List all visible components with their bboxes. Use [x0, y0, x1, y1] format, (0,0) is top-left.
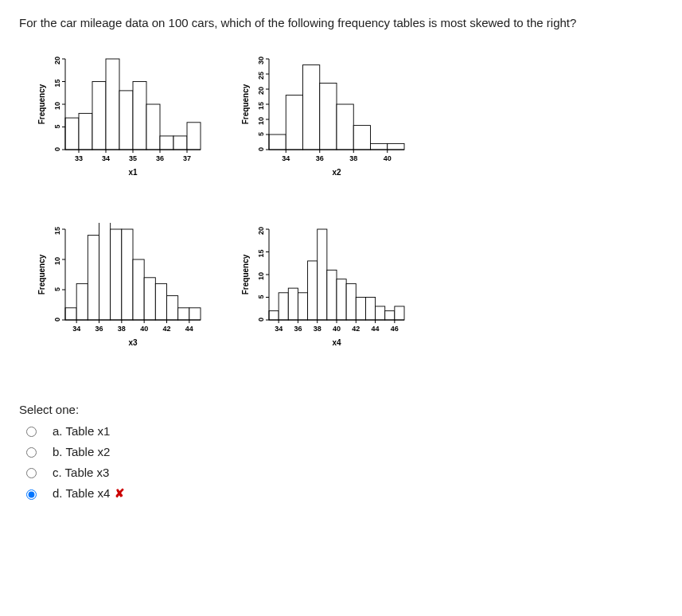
svg-rect-34: [269, 135, 286, 150]
svg-text:x1: x1: [128, 168, 138, 177]
radio-c[interactable]: [26, 468, 37, 478]
svg-text:40: 40: [384, 154, 392, 162]
svg-rect-79: [189, 308, 201, 320]
svg-rect-37: [320, 83, 337, 150]
svg-rect-74: [133, 259, 144, 320]
radio-d[interactable]: [26, 489, 37, 500]
question-text: For the car mileage data on 100 cars, wh…: [19, 14, 663, 32]
svg-text:10: 10: [53, 257, 61, 265]
svg-rect-78: [178, 308, 189, 320]
svg-text:37: 37: [183, 154, 191, 162]
svg-text:x3: x3: [128, 338, 138, 347]
svg-rect-36: [303, 64, 320, 149]
svg-text:34: 34: [282, 154, 290, 162]
svg-rect-6: [146, 104, 160, 150]
svg-text:x2: x2: [332, 168, 341, 177]
svg-text:20: 20: [53, 57, 61, 64]
svg-rect-7: [160, 136, 173, 150]
svg-rect-72: [111, 229, 122, 320]
svg-rect-1: [79, 113, 92, 150]
svg-text:33: 33: [75, 154, 83, 162]
incorrect-icon: ✘: [115, 486, 125, 501]
svg-text:10: 10: [257, 272, 265, 280]
svg-rect-71: [99, 223, 111, 320]
svg-text:34: 34: [72, 325, 80, 333]
svg-text:40: 40: [333, 325, 341, 333]
options-group: a. Table x1 b. Table x2 c. Table x3 d. T…: [22, 424, 663, 501]
svg-rect-38: [337, 104, 353, 150]
svg-text:38: 38: [118, 325, 126, 333]
svg-rect-3: [106, 59, 119, 150]
svg-rect-68: [65, 308, 76, 320]
svg-text:38: 38: [349, 154, 357, 162]
svg-text:36: 36: [316, 154, 324, 162]
svg-text:36: 36: [294, 325, 302, 333]
svg-rect-117: [395, 306, 404, 320]
option-b[interactable]: b. Table x2: [22, 445, 663, 458]
svg-rect-106: [288, 288, 298, 320]
svg-text:36: 36: [95, 325, 103, 333]
svg-text:15: 15: [257, 102, 265, 110]
svg-text:0: 0: [53, 318, 61, 322]
svg-rect-115: [376, 306, 385, 320]
svg-text:Frequency: Frequency: [38, 84, 46, 124]
svg-text:10: 10: [257, 117, 265, 125]
svg-rect-35: [286, 95, 302, 149]
svg-rect-0: [65, 118, 79, 150]
svg-text:42: 42: [352, 325, 360, 333]
svg-text:25: 25: [257, 72, 265, 80]
svg-rect-116: [385, 310, 395, 319]
svg-text:Frequency: Frequency: [38, 254, 46, 294]
svg-text:x4: x4: [332, 338, 341, 347]
chart-x3: 051015343638404244Frequencyx3: [38, 223, 221, 374]
svg-text:46: 46: [391, 325, 399, 333]
radio-b[interactable]: [26, 447, 37, 458]
svg-rect-107: [298, 293, 307, 320]
svg-text:30: 30: [257, 57, 265, 64]
chart-x2: 05101520253034363840Frequencyx2: [242, 53, 433, 204]
svg-rect-113: [356, 297, 365, 320]
svg-text:10: 10: [53, 102, 61, 110]
svg-text:Frequency: Frequency: [242, 254, 250, 294]
chart-x1: 051015203334353637Frequencyx1: [38, 53, 221, 204]
svg-rect-109: [318, 229, 327, 320]
svg-rect-5: [133, 81, 146, 150]
svg-text:20: 20: [257, 227, 265, 235]
svg-text:0: 0: [257, 147, 265, 151]
svg-text:15: 15: [257, 249, 265, 257]
svg-text:Frequency: Frequency: [242, 84, 250, 124]
svg-text:5: 5: [257, 132, 265, 136]
svg-rect-111: [337, 279, 346, 319]
option-c[interactable]: c. Table x3: [22, 466, 663, 479]
svg-rect-40: [371, 143, 388, 150]
svg-rect-110: [327, 270, 337, 320]
svg-rect-112: [346, 283, 356, 320]
svg-rect-73: [122, 229, 133, 320]
radio-a[interactable]: [26, 427, 37, 437]
svg-rect-69: [76, 283, 88, 320]
svg-rect-8: [173, 136, 187, 150]
svg-text:34: 34: [102, 154, 110, 162]
svg-rect-2: [92, 81, 106, 150]
option-c-label: c. Table x3: [53, 466, 109, 479]
svg-text:0: 0: [257, 318, 265, 322]
svg-rect-104: [269, 310, 279, 319]
option-d[interactable]: d. Table x4 ✘: [22, 486, 663, 501]
option-a[interactable]: a. Table x1: [22, 424, 663, 438]
svg-text:40: 40: [140, 325, 148, 333]
svg-text:38: 38: [314, 325, 322, 333]
svg-rect-77: [167, 295, 178, 319]
svg-rect-39: [353, 125, 370, 149]
svg-rect-114: [365, 297, 375, 320]
svg-text:0: 0: [53, 147, 61, 151]
svg-rect-76: [155, 283, 166, 320]
chart-x4: 0510152034363840424446Frequencyx4: [242, 223, 433, 374]
svg-rect-75: [144, 278, 155, 320]
svg-text:5: 5: [53, 124, 61, 128]
svg-rect-105: [279, 293, 288, 320]
svg-text:34: 34: [275, 325, 283, 333]
svg-text:15: 15: [53, 79, 61, 87]
svg-text:42: 42: [162, 325, 170, 333]
svg-text:15: 15: [53, 227, 61, 235]
svg-text:44: 44: [372, 325, 380, 333]
